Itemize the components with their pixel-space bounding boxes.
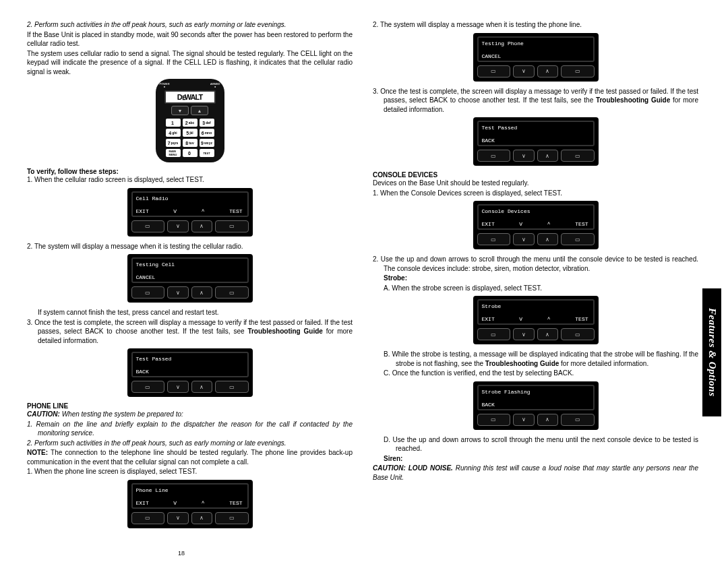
strobe-heading: Strobe:: [373, 274, 698, 283]
caution: CAUTION: When testing the system be prep…: [27, 410, 353, 419]
lcd-phone-line: Phone Line EXITV^TEST ▭∨∧▭: [127, 480, 253, 528]
text: If the Base Unit is placed in standby mo…: [27, 30, 353, 49]
side-tab: Features & Options: [702, 288, 721, 416]
step: 2. Perform such activities in the off pe…: [27, 439, 353, 448]
right-column: 2. The system will display a message whe…: [373, 20, 698, 534]
lcd-cell-radio: Cell Radio EXITV^TEST ▭∨∧▭: [127, 188, 253, 237]
text: If system cannot finish the test, press …: [27, 308, 353, 317]
lcd-console-devices: Console Devices EXITV^TEST ▭∨∧▭: [473, 201, 599, 249]
keypad-illustration: POWER● ARMED● DᴇWALT ▼ ▲ 1 2abc 3def 4gh…: [27, 79, 353, 162]
text: 2. Perform such activities in the off pe…: [27, 20, 353, 30]
keypad-up: ▲: [191, 106, 208, 115]
armed-led-label: ARMED●: [210, 83, 220, 88]
step: 1. When the cellular radio screen is dis…: [27, 175, 353, 185]
step: 3. Once the test is complete, the screen…: [373, 87, 698, 115]
step: B. While the strobe is testing, a messag…: [384, 350, 698, 368]
lcd-testing-phone: Testing Phone CANCEL ▭∨∧▭: [473, 33, 599, 82]
phone-line-heading: PHONE LINE: [27, 402, 353, 410]
step: 2. The system will display a message whe…: [373, 20, 698, 30]
step: 2. The system will display a message whe…: [27, 242, 353, 251]
power-led-label: POWER●: [160, 83, 170, 88]
left-column: 2. Perform such activities in the off pe…: [27, 20, 353, 534]
text: The system uses cellular radio to send a…: [27, 49, 353, 77]
console-devices-heading: CONSOLE DEVICES: [373, 171, 698, 179]
step: C. Once the function is verified, end th…: [384, 369, 698, 378]
step: 1. Remain on the line and briefly explai…: [27, 420, 353, 438]
step: 3. Once the test is complete, the screen…: [27, 318, 353, 346]
step: 1. When the Console Devices screen is di…: [373, 189, 698, 198]
lcd-strobe: Strobe EXITV^TEST ▭∨∧▭: [473, 296, 599, 344]
text: Devices on the Base Unit should be teste…: [373, 179, 698, 188]
step: 2. Use the up and down arrows to scroll …: [373, 255, 698, 273]
keypad-brand: DᴇWALT: [164, 90, 216, 104]
step: A. When the strobe screen is displayed, …: [384, 284, 698, 293]
step: 1. When the phone line screen is display…: [27, 467, 353, 476]
siren-heading: Siren:: [373, 454, 698, 464]
lcd-strobe-flashing: Strobe Flashing BACK ▭∨∧▭: [473, 381, 599, 430]
verify-heading: To verify, follow these steps:: [27, 168, 353, 175]
keypad-down: ▼: [171, 106, 189, 115]
lcd-test-passed: Test Passed BACK ▭∨∧▭: [127, 348, 253, 397]
step: D. Use the up and down arrows to scroll …: [384, 435, 698, 454]
caution: CAUTION: LOUD NOISE. Running this test w…: [373, 464, 698, 482]
keypad-grid: 1 2abc 3def 4ghi 5jkl 6mno 7pqrs 8tuv 9w…: [166, 119, 214, 157]
page-number: 18: [0, 550, 363, 557]
lcd-testing-cell: Testing Cell CANCEL ▭∨∧▭: [127, 254, 253, 303]
note: NOTE: The connection to the telephone li…: [27, 448, 353, 466]
lcd-test-passed-2: Test Passed BACK ▭∨∧▭: [473, 117, 599, 166]
